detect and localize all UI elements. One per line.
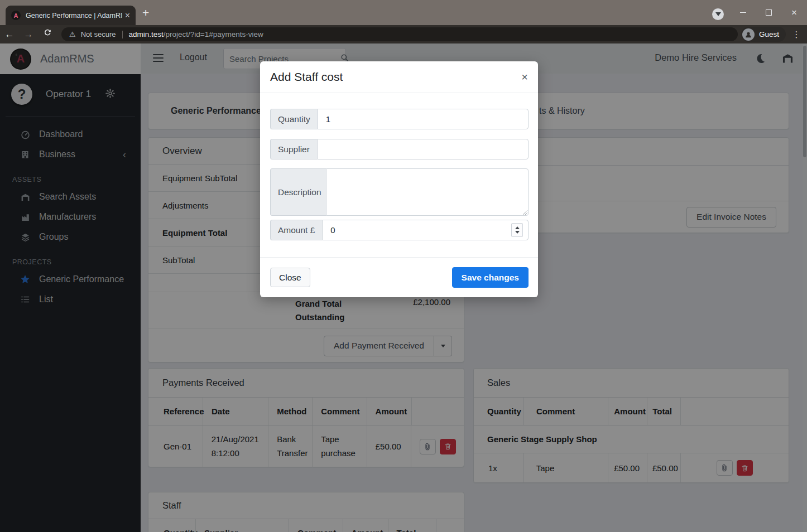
profile-label: Guest [759, 30, 779, 38]
divider [122, 31, 123, 38]
new-tab-button[interactable]: + [142, 7, 149, 18]
tab-close-icon[interactable]: × [125, 11, 130, 21]
modal-body: Quantity Supplier Description Amount £ [260, 93, 538, 240]
back-button[interactable]: ← [0, 29, 19, 40]
security-label: Not secure [81, 30, 116, 38]
browser-update-icon[interactable] [712, 8, 724, 20]
profile-avatar-icon [742, 28, 755, 41]
arrow-down-icon [715, 12, 721, 16]
window-maximize-button[interactable] [756, 0, 781, 25]
supplier-input[interactable] [317, 139, 529, 159]
description-field-group: Description [270, 168, 529, 216]
browser-titlebar: A Generic Performance | AdamRMS × + × [0, 0, 807, 25]
app-viewport: A AdamRMS ? Operator 1 [0, 43, 807, 532]
window-controls: × [730, 0, 807, 25]
modal-header: Add Staff cost × [260, 61, 538, 93]
amount-input[interactable] [322, 220, 529, 240]
number-spinner[interactable] [511, 223, 523, 237]
browser-profile-button[interactable]: Guest [741, 27, 786, 42]
quantity-field-group: Quantity [270, 109, 529, 129]
supplier-label: Supplier [270, 139, 317, 159]
quantity-label: Quantity [270, 109, 318, 129]
window-close-button[interactable]: × [781, 0, 807, 25]
description-textarea[interactable] [326, 168, 529, 216]
browser-toolbar: ← → ⚠ Not secure admin.test /project/?id… [0, 25, 807, 43]
window-minimize-button[interactable] [730, 0, 756, 25]
close-button[interactable]: Close [270, 268, 310, 287]
spinner-up-icon[interactable] [515, 226, 520, 229]
maximize-icon [766, 9, 772, 16]
reload-button[interactable] [38, 29, 57, 40]
minimize-icon [740, 12, 746, 13]
address-bar[interactable]: ⚠ Not secure admin.test /project/?id=1#p… [61, 27, 738, 41]
supplier-field-group: Supplier [270, 139, 529, 159]
url-host: admin.test [129, 30, 164, 38]
amount-label: Amount £ [270, 220, 322, 240]
reload-icon [44, 29, 52, 37]
url-path: /project/?id=1#payments-view [164, 30, 263, 38]
forward-button[interactable]: → [19, 29, 38, 40]
close-icon: × [791, 7, 797, 18]
browser-menu-button[interactable]: ⋮ [789, 25, 804, 43]
description-label: Description [270, 168, 326, 216]
amount-field-group: Amount £ [270, 220, 529, 240]
add-staff-cost-modal: Add Staff cost × Quantity Supplier Descr… [260, 61, 538, 297]
modal-title: Add Staff cost [270, 70, 343, 84]
browser-tab[interactable]: A Generic Performance | AdamRMS × [6, 6, 136, 25]
tab-title: Generic Performance | AdamRMS [26, 12, 122, 20]
save-changes-button[interactable]: Save changes [452, 267, 529, 288]
modal-close-icon[interactable]: × [521, 71, 528, 84]
browser-window: A Generic Performance | AdamRMS × + × ← … [0, 0, 807, 532]
not-secure-warning-icon: ⚠ [69, 30, 76, 38]
adamrms-favicon-icon: A [11, 11, 21, 20]
modal-footer: Close Save changes [260, 257, 538, 297]
quantity-input[interactable] [318, 109, 529, 129]
spinner-down-icon[interactable] [515, 231, 520, 234]
